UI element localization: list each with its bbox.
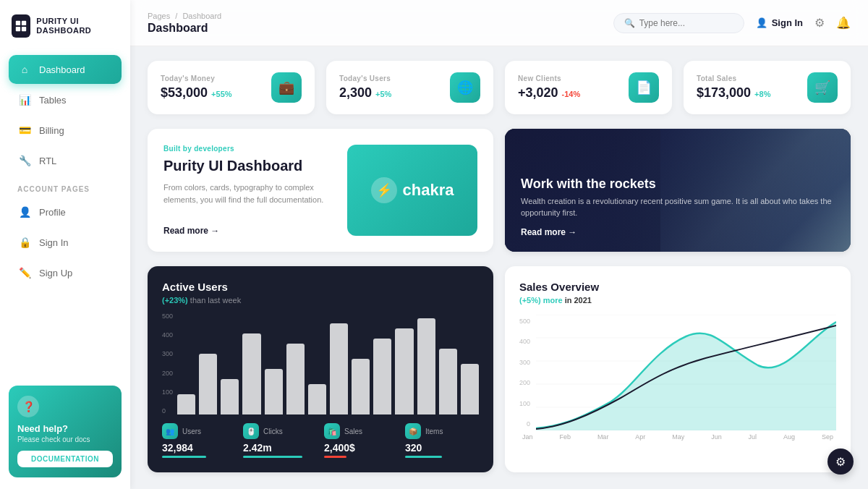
billing-icon: 💳 [17,123,32,137]
header-user[interactable]: 👤 Sign In [756,17,803,28]
bar [330,323,348,414]
search-input[interactable] [639,18,733,28]
stat-sales: 🛍️ Sales 2,400$ [324,423,398,458]
bar [177,394,195,414]
bar [308,384,326,414]
rocket-description: Wealth creation is a revolutionary recen… [521,196,835,218]
bar [286,344,305,414]
sidebar-item-signin[interactable]: 🔒 Sign In [9,228,122,257]
header-right: 🔍 👤 Sign In ⚙ 🔔 [613,13,851,33]
sales-title: Sales Overview [519,281,836,293]
chakra-label: chakra [403,181,454,200]
page-title: Dashboard [148,22,221,35]
chakra-logo: ⚡ chakra [371,177,454,203]
documentation-button[interactable]: DOCUMENTATION [17,451,113,467]
sales-pct: (+5%) more [519,296,563,305]
svg-rect-1 [22,21,26,25]
sidebar: PURITY UI DASHBOARD ⌂ Dashboard 📊 Tables… [0,0,130,489]
breadcrumb-parent: Pages [148,12,170,20]
sidebar-item-tables[interactable]: 📊 Tables [9,85,122,114]
read-more-link[interactable]: Read more → [163,226,336,236]
sidebar-item-rtl[interactable]: 🔧 RTL [9,146,122,175]
profile-icon: 👤 [17,205,32,219]
rocket-read-more-link[interactable]: Read more → [521,227,835,237]
sidebar-item-signup[interactable]: ✏️ Sign Up [9,258,122,287]
stat-value: 2,300 +5% [339,85,391,101]
chart-subtitle: (+23%) than last week [162,296,479,305]
settings-icon[interactable]: ⚙ [814,16,825,30]
chart-subtitle-rest: than last week [190,296,241,305]
breadcrumb-current: Dashboard [182,12,221,20]
sidebar-item-label: RTL [39,156,56,166]
sidebar-item-label: Profile [39,207,66,218]
sidebar-item-label: Billing [39,125,64,136]
bar [373,339,391,414]
stat-value: 32,984 [162,442,236,454]
stat-clicks: 🖱️ Clicks 2.42m [243,423,317,458]
stat-card-users: Today's Users 2,300 +5% 🌐 [326,61,493,114]
sidebar-nav: ⌂ Dashboard 📊 Tables 💳 Billing 🔧 RTL ACC… [9,55,122,378]
account-section-title: ACCOUNT PAGES [17,185,122,193]
svg-rect-0 [16,21,20,25]
chakra-bolt-icon: ⚡ [371,177,397,203]
promo-description: From colors, cards, typography to comple… [163,182,336,205]
rocket-card: Work with the rockets Wealth creation is… [505,129,851,252]
stat-label: New Clients [518,75,580,82]
stat-label: Total Sales [697,75,770,82]
y-axis: 0 100 200 300 400 500 [162,313,173,414]
gear-fab-button[interactable]: ⚙ [827,448,854,475]
svg-rect-3 [22,27,26,31]
stat-value: $173,000 +8% [697,85,770,101]
stat-label: Users [182,428,201,435]
cart-icon: 🛒 [807,72,838,103]
stat-label: Clicks [263,428,283,435]
chart-stats: 👥 Users 32,984 🖱️ Clicks 2.42m [162,423,479,458]
mid-row: Built by developers Purity UI Dashboard … [148,129,851,252]
chart-pct: (+23%) [162,296,188,305]
sidebar-item-label: Sign Up [39,268,72,278]
stat-bar [162,456,206,458]
bar [352,359,370,414]
sidebar-item-label: Sign In [39,237,68,248]
sidebar-item-profile[interactable]: 👤 Profile [9,197,122,226]
sales-y-axis: 500 400 300 200 100 0 [519,315,530,430]
logo-icon [12,14,30,38]
bar [461,364,479,414]
sales-subtitle: (+5%) more in 2021 [519,296,836,305]
globe-icon: 🌐 [450,72,480,103]
home-icon: ⌂ [17,62,32,77]
stat-value: $53,000 +55% [161,85,232,101]
rtl-icon: 🔧 [17,153,32,168]
promo-built-label: Built by developers [163,145,336,153]
items-icon: 📦 [405,423,421,439]
stat-value: 320 [405,442,479,454]
promo-title: Purity UI Dashboard [163,157,336,174]
breadcrumb: Pages / Dashboard [148,12,221,20]
sidebar-item-billing[interactable]: 💳 Billing [9,116,122,145]
bell-icon[interactable]: 🔔 [836,16,851,30]
x-axis-labels: Jan Feb Mar Apr May Jun Jul Aug Sep [519,433,836,441]
stat-value: 2,400$ [324,442,398,454]
stat-cards: Today's Money $53,000 +55% 💼 Today's Use… [148,61,851,114]
stat-bar [324,456,346,458]
money-icon: 💼 [271,72,302,103]
rocket-content: Work with the rockets Wealth creation is… [505,162,851,252]
sidebar-item-label: Tables [39,95,67,106]
stat-change: +5% [375,90,391,98]
sidebar-item-dashboard[interactable]: ⌂ Dashboard [9,55,122,84]
tables-icon: 📊 [17,93,32,107]
bar [417,318,435,414]
edit-icon: ✏️ [17,265,32,280]
stat-card-money: Today's Money $53,000 +55% 💼 [148,61,315,114]
users-icon: 👥 [162,423,178,439]
breadcrumb-sep: / [175,12,179,20]
stat-bar [405,456,442,458]
sales-year-label: in 2021 [565,296,592,305]
bar [221,379,239,414]
help-subtitle: Please check our docs [17,435,113,443]
search-box[interactable]: 🔍 [613,13,744,33]
user-icon: 👤 [756,17,767,28]
bar-chart: 0 100 200 300 400 500 [162,313,479,414]
document-icon: 📄 [629,72,659,103]
header-left: Pages / Dashboard Dashboard [148,12,221,35]
